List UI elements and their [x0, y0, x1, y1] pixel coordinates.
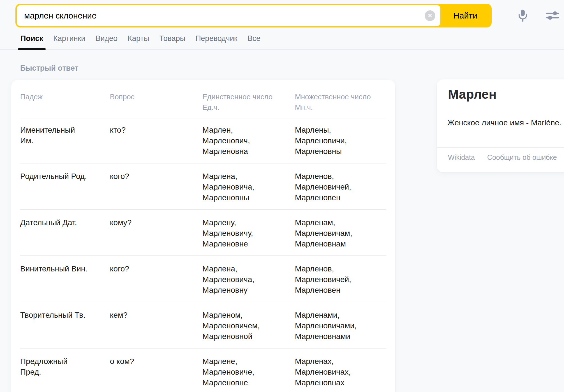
tab-images[interactable]: Картинки	[53, 30, 85, 49]
question-cell: кем?	[110, 310, 202, 320]
case-cell: Именительный Им.	[20, 125, 110, 146]
search-bar: ✕ Найти	[15, 4, 492, 27]
question-cell: о ком?	[110, 356, 202, 367]
singular-cell: Марлене, Марленовиче, Марленовне	[202, 356, 295, 388]
search-settings-button[interactable]	[545, 8, 560, 23]
report-error-link[interactable]: Сообщить об ошибке	[487, 153, 557, 162]
case-cell: Винительный Вин.	[20, 264, 110, 274]
table-row: Винительный Вин. кого? Марлена, Марленов…	[20, 256, 386, 302]
table-body: Именительный Им. кто? Марлен, Марленович…	[20, 117, 386, 392]
case-cell: Предложный Пред.	[20, 356, 110, 377]
case-cell: Родительный Род.	[20, 171, 110, 182]
table-row: Родительный Род. кого? Марлена, Марленов…	[20, 163, 386, 210]
entity-description: Женское личное имя - Marlène.	[447, 117, 564, 128]
header-question: Вопрос	[110, 91, 202, 102]
search-input[interactable]	[17, 5, 440, 26]
clear-search-button[interactable]: ✕	[425, 10, 435, 21]
entity-card-divider	[437, 147, 564, 148]
microphone-icon	[517, 9, 528, 22]
singular-cell: Марлена, Марленовича, Марленовны	[202, 171, 295, 203]
case-cell: Творительный Тв.	[20, 310, 110, 320]
wikidata-link[interactable]: Wikidata	[448, 153, 475, 162]
tab-video[interactable]: Видео	[95, 30, 118, 49]
search-submit-button[interactable]: Найти	[440, 5, 490, 26]
entity-card-footer: Wikidata Сообщить об ошибке	[448, 153, 557, 162]
entity-title: Марлен	[448, 87, 496, 102]
tab-search[interactable]: Поиск	[20, 30, 43, 49]
table-row: Дательный Дат. кому? Марлену, Марленович…	[20, 210, 386, 256]
question-cell: кто?	[110, 125, 202, 135]
singular-cell: Марленом, Марленовичем, Марленовной	[202, 310, 295, 342]
plural-cell: Марленов, Марленовичей, Марленовен	[295, 171, 386, 203]
declension-table-card: Падеж Вопрос Единственное число Ед.ч. Мн…	[11, 80, 395, 392]
search-input-wrap: ✕	[17, 5, 440, 26]
plural-cell: Марленов, Марленовичей, Марленовен	[295, 264, 386, 296]
entity-card: Марлен Женское личное имя - Marlène. Wik…	[437, 79, 564, 172]
singular-cell: Марлена, Марленовича, Марленовну	[202, 264, 295, 296]
search-tabs: ПоискКартинкиВидеоКартыТоварыПереводчикВ…	[0, 30, 564, 50]
quick-answer-label: Быстрый ответ	[20, 64, 78, 73]
singular-cell: Марлену, Марленовичу, Марленовне	[202, 217, 295, 249]
table-row: Предложный Пред. о ком? Марлене, Марлено…	[20, 349, 386, 392]
filters-icon	[546, 10, 559, 21]
tab-translate[interactable]: Переводчик	[195, 30, 238, 49]
tab-all[interactable]: Все	[247, 30, 261, 49]
table-row: Именительный Им. кто? Марлен, Марленович…	[20, 117, 386, 163]
question-cell: кого?	[110, 264, 202, 274]
header-case: Падеж	[20, 91, 110, 102]
plural-cell: Марленами, Марленовичами, Марленовнами	[295, 310, 386, 342]
table-header-row: Падеж Вопрос Единственное число Ед.ч. Мн…	[20, 80, 386, 117]
singular-cell: Марлен, Марленович, Марленовна	[202, 125, 295, 157]
table-row: Творительный Тв. кем? Марленом, Марленов…	[20, 302, 386, 349]
clear-icon: ✕	[427, 10, 433, 21]
plural-cell: Марленах, Марленовичах, Марленовнах	[295, 356, 386, 388]
tab-goods[interactable]: Товары	[159, 30, 186, 49]
case-cell: Дательный Дат.	[20, 217, 110, 228]
plural-cell: Марлены, Марленовичи, Марленовны	[295, 125, 386, 157]
plural-cell: Марленам, Марленовичам, Марленовнам	[295, 217, 386, 249]
question-cell: кому?	[110, 217, 202, 228]
question-cell: кого?	[110, 171, 202, 182]
header-singular: Единственное число Ед.ч.	[202, 91, 295, 113]
voice-search-button[interactable]	[515, 8, 530, 23]
tab-maps[interactable]: Карты	[127, 30, 149, 49]
header-plural: Множественное число Мн.ч.	[295, 91, 386, 113]
